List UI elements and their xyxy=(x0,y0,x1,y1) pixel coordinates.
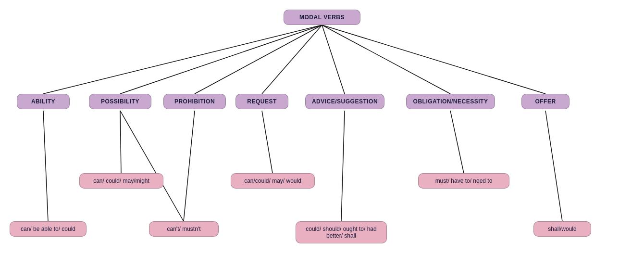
svg-line-8 xyxy=(120,111,121,173)
must-have-node: must/ have to/ need to xyxy=(418,173,509,189)
request-node: REQUEST xyxy=(235,94,288,109)
offer-node: OFFER xyxy=(521,94,570,109)
svg-line-5 xyxy=(322,25,450,94)
can-could-may-node: can/ could/ may/might xyxy=(79,173,163,189)
svg-line-11 xyxy=(262,111,272,173)
svg-line-6 xyxy=(322,25,545,94)
svg-line-13 xyxy=(450,111,464,173)
svg-line-12 xyxy=(341,111,345,221)
svg-line-3 xyxy=(262,25,322,94)
cant-mustnt-node: can't/ mustn't xyxy=(149,221,219,237)
can-could-would-node: can/could/ may/ would xyxy=(231,173,315,189)
obligation-node: OBLIGATION/NECESSITY xyxy=(406,94,495,109)
mind-map-diagram: MODAL VERBS ABILITY POSSIBILITY PROHIBIT… xyxy=(0,0,644,279)
can-able-node: can/ be able to/ could xyxy=(10,221,87,237)
possibility-node: POSSIBILITY xyxy=(89,94,151,109)
root-node: MODAL VERBS xyxy=(284,10,360,25)
svg-line-4 xyxy=(322,25,345,94)
shall-would-node: shall/would xyxy=(533,221,591,237)
ability-node: ABILITY xyxy=(17,94,70,109)
svg-line-1 xyxy=(120,25,322,94)
svg-line-9 xyxy=(120,111,184,221)
svg-line-10 xyxy=(184,111,195,221)
svg-line-0 xyxy=(43,25,322,94)
svg-line-2 xyxy=(195,25,322,94)
svg-line-14 xyxy=(545,111,562,221)
svg-line-7 xyxy=(43,111,48,221)
prohibition-node: PROHIBITION xyxy=(163,94,226,109)
advice-node: ADVICE/SUGGESTION xyxy=(305,94,384,109)
could-should-node: could/ should/ ought to/ had better/ sha… xyxy=(296,221,387,243)
